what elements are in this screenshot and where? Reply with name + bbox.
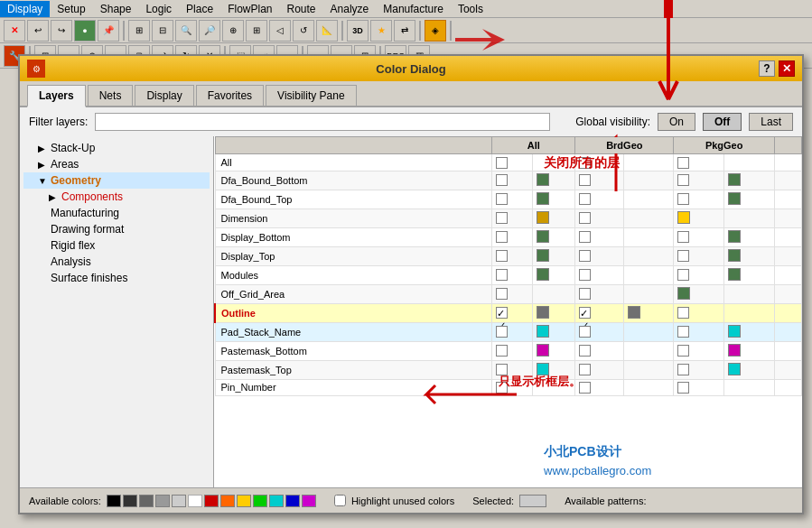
color-swatch-12[interactable] (285, 495, 300, 507)
checkbox[interactable] (496, 212, 508, 224)
checkbox[interactable] (496, 382, 508, 394)
cell[interactable] (492, 154, 533, 171)
3d-btn[interactable]: ● (74, 20, 96, 42)
checkbox[interactable] (579, 231, 591, 243)
checkbox[interactable] (579, 326, 591, 338)
color-swatch-13[interactable] (302, 495, 316, 507)
color-swatch[interactable] (728, 325, 741, 338)
menu-flowplan[interactable]: FlowPlan (220, 1, 279, 17)
tree-item-rigid[interactable]: ▶ Rigid flex (23, 237, 210, 254)
cell[interactable] (492, 190, 533, 208)
menu-setup[interactable]: Setup (50, 1, 92, 17)
cell[interactable] (674, 154, 724, 171)
checkbox[interactable] (579, 382, 591, 394)
checkbox[interactable] (496, 174, 508, 186)
checkbox[interactable] (579, 269, 591, 281)
checkbox[interactable] (677, 231, 689, 243)
cell[interactable] (575, 360, 623, 379)
tree-item-manufacturing[interactable]: ▶ Manufacturing (23, 205, 210, 221)
checkbox[interactable] (579, 250, 591, 262)
cell[interactable] (674, 303, 724, 322)
checkbox[interactable] (496, 269, 508, 281)
color-swatch-5[interactable] (172, 495, 186, 507)
tree-item-stackup[interactable]: ▶ Stack-Up (23, 140, 210, 156)
checkbox[interactable] (579, 174, 591, 186)
checkbox[interactable] (496, 364, 508, 375)
menu-tools[interactable]: Tools (451, 1, 490, 17)
redo-btn[interactable]: ↪ (51, 20, 72, 42)
cell[interactable] (575, 190, 623, 208)
color-swatch[interactable] (537, 192, 549, 205)
menu-route[interactable]: Route (280, 1, 323, 17)
cell[interactable] (575, 379, 623, 396)
ruler-btn[interactable]: 📐 (316, 20, 338, 42)
color-swatch[interactable] (728, 344, 741, 357)
3d-view-btn[interactable]: 3D (347, 20, 369, 42)
checkbox[interactable] (677, 307, 689, 319)
checkbox[interactable] (677, 382, 689, 394)
cell[interactable] (492, 341, 533, 360)
cell[interactable] (575, 154, 623, 171)
cell[interactable] (674, 379, 724, 396)
checkbox[interactable] (579, 193, 591, 205)
menu-manufacture[interactable]: Manufacture (376, 1, 451, 17)
color-swatch[interactable] (728, 268, 741, 281)
color-swatch[interactable] (537, 230, 549, 243)
tab-display[interactable]: Display (135, 85, 193, 106)
menu-logic[interactable]: Logic (138, 1, 179, 17)
cell[interactable] (674, 322, 724, 341)
zoom-in[interactable]: 🔍 (175, 20, 197, 42)
checkbox[interactable] (496, 326, 508, 338)
cell[interactable] (674, 265, 724, 284)
cell[interactable] (492, 208, 533, 227)
undo-btn[interactable]: ↩ (27, 20, 49, 42)
tab-visibility-pane[interactable]: Visibility Pane (266, 85, 356, 106)
color-swatch[interactable] (537, 306, 549, 319)
zoom-prev[interactable]: ◁ (269, 20, 291, 42)
checkbox[interactable]: ✓ (579, 307, 591, 319)
menu-analyze[interactable]: Analyze (323, 1, 377, 17)
cell[interactable]: ✓ (492, 303, 533, 322)
tree-item-geometry[interactable]: ▼ Geometry (23, 172, 210, 189)
close-btn[interactable]: ✕ (4, 20, 25, 42)
color-btn[interactable]: ◈ (425, 20, 446, 42)
highlight-btn[interactable]: ★ (370, 20, 392, 42)
cell[interactable] (575, 322, 623, 341)
checkbox[interactable] (496, 250, 508, 262)
checkbox[interactable] (579, 364, 591, 375)
cell[interactable] (492, 265, 533, 284)
tab-layers[interactable]: Layers (27, 85, 86, 107)
cell[interactable] (674, 360, 724, 379)
refresh-btn[interactable]: ↺ (293, 20, 314, 42)
checkbox[interactable] (496, 157, 508, 169)
cell[interactable] (575, 227, 623, 246)
cell[interactable] (575, 208, 623, 227)
cell[interactable] (674, 227, 724, 246)
zoom-out[interactable]: 🔎 (199, 20, 220, 42)
cell[interactable] (492, 246, 533, 265)
color-swatch-1[interactable] (107, 495, 121, 507)
cell[interactable] (492, 379, 533, 396)
cell[interactable] (575, 246, 623, 265)
checkbox[interactable] (579, 345, 591, 357)
tree-item-surface[interactable]: ▶ Surface finishes (23, 270, 210, 286)
cell[interactable] (575, 265, 623, 284)
cell[interactable] (575, 171, 623, 190)
checkbox[interactable] (677, 193, 689, 205)
tree-item-drawing[interactable]: ▶ Drawing format (23, 221, 210, 237)
color-swatch[interactable] (628, 306, 640, 319)
zoom-fit[interactable]: ⊕ (222, 20, 244, 42)
cell[interactable] (492, 322, 533, 341)
checkbox[interactable] (677, 326, 689, 338)
highlight-checkbox[interactable] (334, 495, 346, 506)
tree-item-areas[interactable]: ▶ Areas (23, 156, 210, 172)
pin-btn[interactable]: 📌 (98, 20, 119, 42)
color-swatch[interactable] (677, 211, 690, 224)
color-swatch-2[interactable] (123, 495, 137, 507)
menu-shape[interactable]: Shape (93, 1, 139, 17)
color-swatch-3[interactable] (139, 495, 154, 507)
cell[interactable] (575, 284, 623, 303)
color-swatch[interactable] (728, 249, 741, 262)
color-swatch[interactable] (728, 173, 741, 186)
checkbox[interactable] (496, 288, 508, 300)
